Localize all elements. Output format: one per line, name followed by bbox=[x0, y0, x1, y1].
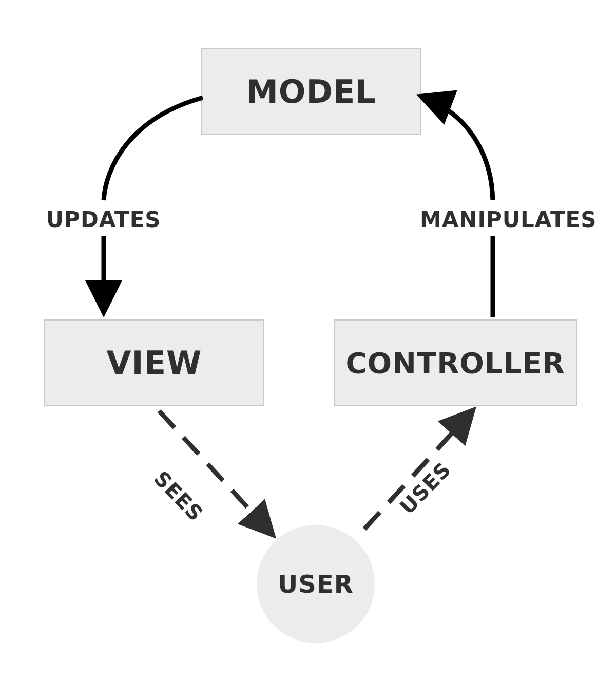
node-controller: CONTROLLER bbox=[334, 319, 577, 406]
node-view-label: VIEW bbox=[107, 344, 202, 382]
edge-label-sees: SEES bbox=[149, 466, 208, 526]
node-user-label: USER bbox=[278, 570, 353, 598]
node-model: MODEL bbox=[201, 48, 421, 135]
edge-label-updates: UPDATES bbox=[46, 207, 161, 232]
arrow-view-to-user bbox=[159, 411, 272, 534]
node-view: VIEW bbox=[44, 319, 264, 406]
edge-label-manipulates: MANIPULATES bbox=[420, 207, 597, 232]
edge-label-uses: USES bbox=[395, 458, 455, 519]
arrow-controller-to-model bbox=[422, 97, 493, 200]
node-model-label: MODEL bbox=[246, 73, 376, 110]
node-controller-label: CONTROLLER bbox=[345, 346, 565, 380]
mvc-diagram: MODEL VIEW CONTROLLER USER UPDATES MANIP… bbox=[0, 0, 616, 678]
arrow-model-to-view bbox=[104, 98, 203, 200]
node-user: USER bbox=[257, 525, 375, 643]
